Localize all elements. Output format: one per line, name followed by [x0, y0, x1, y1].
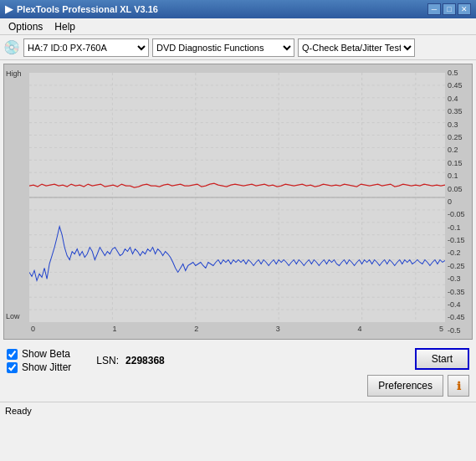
chart-container: High Low 0.5 0.45 0.4 0.35 0.3 0.25 0.2 …: [3, 64, 473, 340]
beta-line: [29, 183, 445, 187]
menu-bar: Options Help: [0, 18, 476, 35]
close-button[interactable]: ✕: [458, 3, 471, 15]
menu-options[interactable]: Options: [3, 20, 48, 33]
title-bar: ▶ PlexTools Professional XL V3.16 ─ □ ✕: [0, 0, 476, 18]
app-icon: ▶: [5, 3, 13, 15]
chart-inner: [29, 73, 445, 322]
show-beta-checkbox-row: Show Beta: [7, 348, 71, 360]
drive-selector[interactable]: HA:7 ID:0 PX-760A: [23, 38, 149, 57]
test-selector[interactable]: Q-Check Beta/Jitter Test: [298, 38, 415, 57]
x-axis: 0 1 2 3 4 5: [29, 322, 445, 339]
function-selector[interactable]: DVD Diagnostic Functions: [152, 38, 294, 57]
show-jitter-checkbox[interactable]: [7, 362, 18, 373]
toolbar: 💿 HA:7 ID:0 PX-760A DVD Diagnostic Funct…: [0, 35, 476, 60]
checkboxes-col: Show Beta Show Jitter: [7, 348, 71, 373]
y-axis-right: 0.5 0.45 0.4 0.35 0.3 0.25 0.2 0.15 0.1 …: [445, 64, 472, 339]
start-button[interactable]: Start: [415, 348, 469, 370]
minimize-button[interactable]: ─: [427, 3, 441, 15]
bottom-panel: Show Beta Show Jitter LSN: 2298368 Start…: [0, 343, 476, 402]
maximize-button[interactable]: □: [443, 3, 456, 15]
status-bar: Ready: [0, 402, 476, 418]
show-jitter-label: Show Jitter: [22, 361, 71, 373]
status-text: Ready: [5, 406, 32, 416]
lsn-area: LSN: 2298368: [96, 355, 164, 366]
chart-svg: [29, 73, 445, 322]
app-title: PlexTools Professional XL V3.16: [17, 4, 158, 14]
lsn-label: LSN:: [96, 355, 119, 366]
menu-help[interactable]: Help: [49, 20, 80, 33]
lsn-value: 2298368: [125, 355, 165, 366]
high-label: High: [6, 69, 22, 78]
drive-icon: 💿: [3, 39, 20, 55]
show-beta-label: Show Beta: [22, 348, 70, 360]
info-button[interactable]: ℹ: [448, 375, 469, 397]
show-beta-checkbox[interactable]: [7, 349, 18, 360]
info-icon: ℹ: [457, 380, 461, 392]
low-label: Low: [6, 312, 20, 320]
preferences-button[interactable]: Preferences: [367, 375, 443, 397]
show-jitter-checkbox-row: Show Jitter: [7, 361, 71, 373]
